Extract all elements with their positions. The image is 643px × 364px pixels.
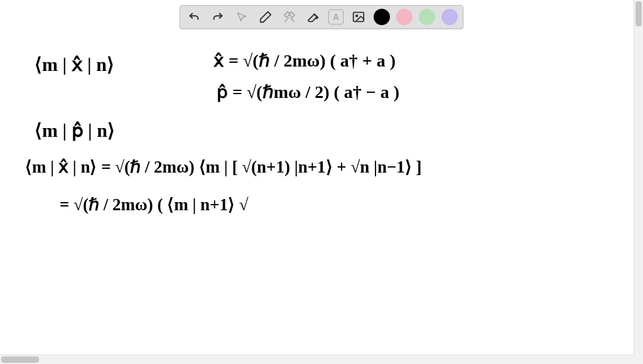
- pointer-tool-icon[interactable]: [233, 8, 251, 26]
- color-black[interactable]: [374, 9, 390, 25]
- expr-mxn-step2: = √(ℏ / 2mω) ( ⟨m | n+1⟩ √: [60, 195, 249, 215]
- expr-x-def: x̂ = √(ℏ / 2mω) ( a† + a ): [213, 50, 396, 71]
- horizontal-scrollbar[interactable]: [0, 355, 634, 364]
- undo-button[interactable]: [185, 8, 203, 26]
- color-pink[interactable]: [396, 9, 413, 25]
- pen-tool-icon[interactable]: [257, 8, 274, 26]
- vertical-scrollbar[interactable]: [634, 0, 643, 364]
- eraser-tool-icon[interactable]: [305, 8, 322, 26]
- color-green[interactable]: [419, 9, 435, 25]
- horizontal-scroll-thumb[interactable]: [1, 356, 39, 363]
- svg-point-1: [356, 15, 358, 17]
- expr-p-def: p̂ = √(ℏmω / 2) ( a† − a ): [217, 82, 399, 102]
- expr-mxn-expand: ⟨m | x̂ | n⟩ = √(ℏ / 2mω) ⟨m | [ √(n+1) …: [25, 157, 422, 177]
- textbox-tool-icon[interactable]: A: [328, 9, 343, 24]
- expr-mxn: ⟨m | x̂ | n⟩: [35, 53, 114, 75]
- redo-button[interactable]: [209, 8, 227, 26]
- toolbar: A: [180, 5, 463, 29]
- vertical-scroll-thumb[interactable]: [635, 1, 642, 26]
- image-tool-icon[interactable]: [350, 8, 367, 26]
- crossed-tools-icon[interactable]: [281, 8, 298, 26]
- color-purple[interactable]: [441, 9, 458, 25]
- textbox-label: A: [333, 12, 339, 22]
- expr-mpn: ⟨m | p̂ | n⟩: [35, 119, 115, 141]
